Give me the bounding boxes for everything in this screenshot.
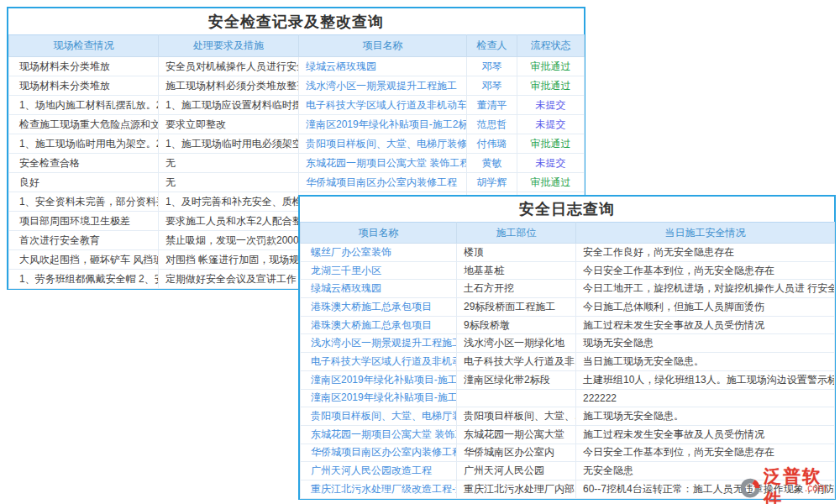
cell-project[interactable]: 潼南区2019年绿化补贴项目-施工2标段 (301, 389, 457, 407)
cell-measures: 1、及时完善和补充安全、质检... (159, 192, 299, 212)
cell-status[interactable]: 未提交 (517, 96, 585, 115)
cell-status[interactable]: 未提交 (517, 115, 585, 134)
column-header-inspection: 现场检查情况 (9, 35, 159, 57)
cell-project[interactable]: 绿城云栖玫瑰园 (299, 57, 467, 76)
panel-title-safety-log: 安全日志查询 (300, 197, 834, 222)
cell-project[interactable]: 东城花园一期项目公寓大堂 装饰工程 (299, 154, 467, 173)
table-row: 龙湖三千里小区地基基桩今日安全工作基本到位，尚无安全隐患存在 (301, 261, 835, 280)
table-row: 安全检查合格无东城花园一期项目公寓大堂 装饰工程黄敏未提交 (9, 154, 585, 173)
cell-part: 华侨城南区办公室内 (457, 444, 576, 462)
cell-inspection: 1、劳务班组都佩戴安全帽 2、安... (9, 270, 159, 289)
cell-status[interactable]: 审批通过 (517, 57, 585, 76)
cell-inspection: 现场材料未分类堆放 (9, 57, 159, 76)
cell-project[interactable]: 东城花园一期项目公寓大堂 装饰工程 (301, 425, 457, 444)
cell-project[interactable]: 螺丝厂办公室装饰 (301, 244, 457, 262)
cell-project[interactable]: 华侨城项目南区办公室内装修工程 (301, 444, 457, 462)
table-row: 电子科技大学区域人行道及非机动车道工程电子科技大学人行道及非...当日施工现场无… (301, 353, 835, 371)
cell-project[interactable]: 广州天河人民公园改造工程 (301, 462, 457, 480)
cell-project[interactable]: 贵阳项目样板间、大堂、电梯厅装修工程 (299, 134, 467, 154)
cell-measures: 无 (159, 173, 299, 192)
table-row: 东城花园一期项目公寓大堂 装饰工程东城花园一期公寓大堂施工过程未发生安全事故及人… (301, 425, 835, 444)
cell-measures: 要求施工人员和水车2人配合整... (159, 212, 299, 231)
cell-project[interactable]: 电子科技大学区域人行道及非机动车道工程 (301, 353, 457, 371)
cell-project[interactable]: 港珠澳大桥施工总承包项目 (301, 298, 457, 317)
cell-part: 潼南区绿化带2标段 (457, 370, 576, 389)
cell-inspection: 项目部周围环境卫生极差 (9, 212, 159, 231)
cell-measures: 要求立即整改 (159, 115, 299, 134)
cell-inspector[interactable]: 邓琴 (467, 76, 517, 96)
cell-project[interactable]: 绿城云栖玫瑰园 (301, 280, 457, 298)
cell-measures: 1、施工现场应设置材料临时摆... (159, 96, 299, 115)
cell-inspection: 1、安全资料未完善，部分资料丢... (9, 192, 159, 212)
cell-part: 9标段桥墩 (457, 316, 576, 334)
cell-inspection: 现场材料未分类堆放 (9, 76, 159, 96)
cell-measures: 无 (159, 154, 299, 173)
cell-inspector[interactable]: 邓琴 (467, 57, 517, 76)
cell-project[interactable]: 龙湖三千里小区 (301, 261, 457, 280)
table-row: 贵阳项目样板间、大堂、电梯厅装修工程贵阳项目样板间、大堂、...施工现场无安全隐… (301, 407, 835, 426)
table-row: 港珠澳大桥施工总承包项目9标段桥墩施工过程未发生安全事故及人员受伤情况 (301, 316, 835, 334)
cell-project[interactable]: 重庆江北污水处理厂级改造工程-道路修复 (301, 480, 457, 498)
cell-part: 贵阳项目样板间、大堂、... (457, 407, 576, 426)
table-row: 良好无华侨城项目南区办公室内装修工程胡学辉审批通过 (9, 173, 585, 192)
cell-part (457, 389, 576, 407)
column-header-part: 施工部位 (457, 223, 576, 244)
cell-safety: 当日施工现场无安全隐患。 (576, 353, 835, 371)
safety-log-table: 项目名称施工部位当日施工安全情况 螺丝厂办公室装饰楼顶安全工作良好，尚无安全隐患… (300, 222, 835, 499)
cell-status[interactable]: 审批通过 (517, 134, 585, 154)
table-row: 潼南区2019年绿化补贴项目-施工2标段潼南区绿化带2标段土建班组10人，绿化班… (301, 370, 835, 389)
table-row: 绿城云栖玫瑰园土石方开挖今日工地开工，旋挖机进场，对旋挖机操作人员进 行安全技术… (301, 280, 835, 298)
table-row: 华侨城项目南区办公室内装修工程华侨城南区办公室内今日安全工作基本到位，尚无安全隐… (301, 444, 835, 462)
cell-safety: 今日工地开工，旋挖机进场，对旋挖机操作人员进 行安全技术... (576, 280, 835, 298)
cell-measures: 安全员对机械操作人员进行安全... (159, 57, 299, 76)
cell-inspection: 安全检查合格 (9, 154, 159, 173)
cell-inspector[interactable]: 董清平 (467, 96, 517, 115)
fanpu-logo-text: 泛普软件 (764, 465, 840, 504)
cell-project[interactable]: 电子科技大学区域人行道及非机动车道工程 (299, 96, 467, 115)
cell-part: 地基基桩 (457, 261, 576, 280)
table-row: 1、施工现场临时用电为架空。2...1、施工现场临时用电必须架空...贵阳项目样… (9, 134, 585, 154)
cell-project[interactable]: 华侨城项目南区办公室内装修工程 (299, 173, 467, 192)
column-header-project: 项目名称 (301, 223, 457, 244)
cell-safety: 土建班组10人，绿化班组13人。施工现场沟边设置警示标识，... (576, 370, 835, 389)
column-header-inspector: 检查人 (467, 35, 517, 57)
cell-safety: 施工过程未发生安全事故及人员受伤情况 (576, 316, 835, 334)
cell-safety: 施工过程未发生安全事故及人员受伤情况 (576, 425, 835, 444)
table-row: 港珠澳大桥施工总承包项目29标段桥面工程施工今日施工总体顺利，但施工人员脚面烫伤 (301, 298, 835, 317)
cell-project[interactable]: 浅水湾小区一期景观提升工程施工 (299, 76, 467, 96)
cell-safety: 222222 (576, 389, 835, 407)
panel-safety-log-query: 安全日志查询 项目名称施工部位当日施工安全情况 螺丝厂办公室装饰楼顶安全工作良好… (298, 195, 836, 500)
cell-part: 重庆江北污水处理厂内部... (457, 480, 576, 498)
cell-inspector[interactable]: 胡学辉 (467, 173, 517, 192)
cell-status[interactable]: 审批通过 (517, 173, 585, 192)
cell-inspector[interactable]: 付伟璐 (467, 134, 517, 154)
table-row: 检查施工现场重大危险点源和文...要求立即整改潼南区2019年绿化补贴项目-施工… (9, 115, 585, 134)
fanpu-swirl-icon (739, 477, 761, 499)
cell-project[interactable]: 潼南区2019年绿化补贴项目-施工2标段 (301, 370, 457, 389)
column-header-measures: 处理要求及措施 (159, 35, 299, 57)
cell-inspection: 1、施工现场临时用电为架空。2... (9, 134, 159, 154)
cell-measures: 禁止吸烟，发现一次罚款2000... (159, 231, 299, 250)
cell-measures: 定期做好安全会议及宣讲工作 (159, 270, 299, 289)
cell-inspection: 良好 (9, 173, 159, 192)
cell-part: 东城花园一期公寓大堂 (457, 425, 576, 444)
cell-safety: 今日安全工作基本到位，尚无安全隐患存在 (576, 261, 835, 280)
table-row: 现场材料未分类堆放施工现场材料必须分类堆放整齐...浅水湾小区一期景观提升工程施… (9, 76, 585, 96)
cell-status[interactable]: 未提交 (517, 154, 585, 173)
cell-part: 广州天河人民公园 (457, 462, 576, 480)
table-row: 潼南区2019年绿化补贴项目-施工2标段222222 (301, 389, 835, 407)
panel-title-safety-inspection: 安全检查记录及整改查询 (8, 8, 584, 34)
column-header-project: 项目名称 (299, 35, 467, 57)
cell-inspector[interactable]: 范思哲 (467, 115, 517, 134)
cell-project[interactable]: 贵阳项目样板间、大堂、电梯厅装修工程 (301, 407, 457, 426)
cell-project[interactable]: 浅水湾小区一期景观提升工程施工 (301, 334, 457, 353)
cell-inspection: 大风吹起围挡，砸坏铲车 风挡玻... (9, 250, 159, 270)
cell-project[interactable]: 潼南区2019年绿化补贴项目-施工2标段 (299, 115, 467, 134)
table-header-row: 项目名称施工部位当日施工安全情况 (301, 223, 835, 244)
cell-safety: 安全工作良好，尚无安全隐患存在 (576, 244, 835, 262)
cell-status[interactable]: 审批通过 (517, 76, 585, 96)
cell-project[interactable]: 港珠澳大桥施工总承包项目 (301, 316, 457, 334)
cell-inspector[interactable]: 黄敏 (467, 154, 517, 173)
table-row: 浅水湾小区一期景观提升工程施工浅水湾小区一期绿化地现场无安全隐患 (301, 334, 835, 353)
cell-inspection: 检查施工现场重大危险点源和文... (9, 115, 159, 134)
